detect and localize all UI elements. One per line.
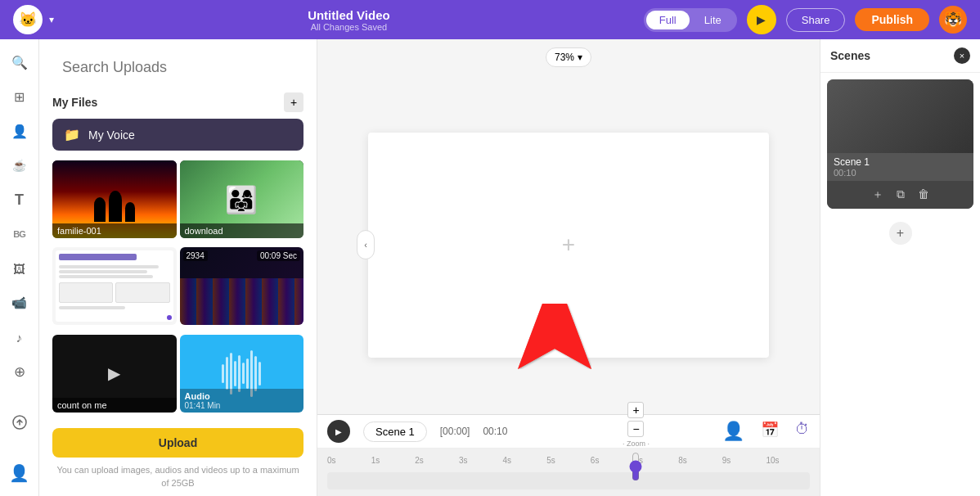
collapse-panel-button[interactable]: ‹ [357, 230, 375, 259]
scenes-close-button[interactable]: × [954, 47, 970, 64]
share-button[interactable]: Share [786, 8, 846, 32]
audio-label: Audio [185, 391, 299, 401]
zoom-label: · Zoom · [623, 440, 650, 448]
scene-add-action[interactable]: ＋ [872, 187, 883, 202]
add-scene-button[interactable]: + [889, 222, 912, 245]
timeline-header: ▶ Scene 1 [00:00] 00:10 👤 📅 ⏱ [317, 415, 820, 449]
topbar: 🐱 ▾ Untitled Video All Changes Saved Ful… [0, 0, 980, 39]
uploads-panel: My Files + 📁 My Voice familie-001 [39, 39, 317, 496]
media-thumb-concert[interactable]: 2934 00:09 Sec [180, 247, 304, 325]
full-mode-button[interactable]: Full [646, 11, 690, 29]
upload-hint: You can upload images, audios and videos… [39, 461, 317, 496]
person-nav-icon[interactable]: 👤 [5, 116, 34, 146]
scene-card-info: Scene 1 00:10 [827, 153, 973, 181]
text-nav-icon[interactable]: T [5, 185, 34, 214]
main-layout: 🔍 ⊞ 👤 ☕ T BG 🖼 📹 ♪ ⊕ 👤 My Files + 📁 My V… [0, 39, 980, 496]
media-thumb-count[interactable]: ▶ count on me [52, 335, 177, 413]
tick-10s: 10s [766, 456, 810, 465]
save-status: All Changes Saved [64, 22, 634, 32]
timeline-track[interactable] [327, 472, 810, 489]
tick-2s: 2s [415, 456, 459, 465]
scene-card-duration: 00:10 [834, 168, 967, 178]
lite-mode-button[interactable]: Lite [691, 11, 735, 29]
media-thumb-familie[interactable]: familie-001 [52, 160, 177, 238]
my-files-header: My Files + [39, 89, 317, 119]
scenes-header: Scenes × [820, 39, 980, 73]
media-label-familie: familie-001 [52, 223, 177, 238]
image-nav-icon[interactable]: 🖼 [5, 254, 34, 283]
video-nav-icon[interactable]: 📹 [5, 288, 34, 318]
timeline-area: ▶ Scene 1 [00:00] 00:10 👤 📅 ⏱ 0s 1s 2s 3… [317, 414, 820, 496]
play-icon: ▶ [108, 363, 120, 383]
upload-button[interactable]: Upload [52, 428, 303, 458]
plus-nav-icon[interactable]: ⊕ [5, 357, 34, 386]
tick-8s: 8s [678, 456, 722, 465]
canvas-area: 73% ▾ + ‹ ▶ Scene 1 [00:00] 00:10 👤 📅 [317, 39, 820, 496]
my-voice-item[interactable]: 📁 My Voice [52, 119, 303, 151]
tick-5s: 5s [546, 456, 591, 465]
user-nav-icon[interactable]: 👤 [5, 458, 34, 488]
my-voice-label: My Voice [88, 129, 135, 142]
calendar-timeline-icon[interactable]: 📅 [761, 421, 779, 442]
zoom-slider-container [630, 450, 641, 483]
cup-nav-icon[interactable]: ☕ [5, 151, 34, 180]
tick-4s: 4s [503, 456, 547, 465]
canvas-toolbar: 73% ▾ [317, 39, 820, 75]
canvas-frame: + ‹ [368, 133, 769, 358]
preview-play-button[interactable]: ▶ [747, 5, 776, 34]
canvas-viewport: + ‹ [317, 75, 820, 414]
scenes-title: Scenes [830, 49, 870, 62]
scene-card-actions: ＋ ⧉ 🗑 [827, 181, 973, 209]
audio-duration: 01:41 Min [185, 401, 299, 410]
search-area [39, 39, 317, 89]
upload-progress-indicator [165, 313, 173, 322]
media-thumb-audio[interactable]: Audio 01:41 Min [180, 335, 304, 413]
scenes-panel: Scenes × Scene 1 00:10 ＋ ⧉ 🗑 + [820, 39, 980, 496]
time-duration-display: 00:10 [483, 426, 507, 437]
bg-nav-icon[interactable]: BG [5, 219, 34, 249]
tick-3s: 3s [459, 456, 503, 465]
zoom-out-button[interactable]: − [627, 421, 644, 437]
publish-button[interactable]: Publish [855, 8, 929, 31]
app-logo[interactable]: 🐱 [13, 5, 43, 34]
media-label-download: download [180, 223, 304, 238]
scene-delete-action[interactable]: 🗑 [918, 187, 929, 202]
media-thumb-screenshot[interactable] [52, 247, 177, 325]
search-nav-icon[interactable]: 🔍 [5, 47, 34, 77]
logo-caret: ▾ [49, 14, 54, 25]
scene-card-thumbnail [827, 79, 973, 153]
zoom-slider[interactable] [630, 452, 641, 481]
zoom-badge[interactable]: 73% ▾ [546, 47, 591, 67]
user-avatar[interactable]: 🐯 [939, 6, 967, 34]
my-files-title: My Files [52, 96, 97, 109]
title-area: Untitled Video All Changes Saved [64, 8, 634, 32]
layout-nav-icon[interactable]: ⊞ [5, 82, 34, 111]
search-input[interactable] [52, 52, 303, 83]
media-thumb-download[interactable]: 👨‍👩‍👧 download [180, 160, 304, 238]
project-title: Untitled Video [64, 8, 634, 22]
zoom-caret-icon: ▾ [578, 52, 582, 63]
timeline-ruler: 0s 1s 2s 3s 4s 5s 6s 7s 8s 9s 10s [317, 449, 820, 472]
music-nav-icon[interactable]: ♪ [5, 322, 34, 352]
tick-0s: 0s [327, 456, 371, 465]
tick-1s: 1s [371, 456, 416, 465]
avatar-timeline-icon[interactable]: 👤 [722, 421, 744, 442]
clock-timeline-icon[interactable]: ⏱ [795, 421, 810, 442]
timeline-icons: 👤 📅 ⏱ [722, 421, 810, 442]
icon-nav: 🔍 ⊞ 👤 ☕ T BG 🖼 📹 ♪ ⊕ 👤 [0, 39, 39, 496]
zoom-in-button[interactable]: + [627, 402, 644, 418]
tick-9s: 9s [722, 456, 766, 465]
timeline-play-button[interactable]: ▶ [327, 420, 350, 443]
folder-icon: 📁 [64, 127, 80, 142]
add-element-icon[interactable]: + [562, 232, 575, 258]
upload-nav-icon[interactable] [5, 408, 34, 437]
mode-toggle: Full Lite [644, 8, 737, 32]
time-start-display: [00:00] [440, 426, 470, 437]
concert-duration: 00:09 Sec [257, 250, 300, 261]
scene-copy-action[interactable]: ⧉ [897, 187, 905, 202]
scene-card-1[interactable]: Scene 1 00:10 ＋ ⧉ 🗑 [827, 79, 973, 209]
scene-name-label: Scene 1 [363, 422, 427, 442]
zoom-value: 73% [555, 52, 574, 63]
media-label-count: count on me [52, 398, 177, 413]
add-file-button[interactable]: + [284, 92, 303, 112]
